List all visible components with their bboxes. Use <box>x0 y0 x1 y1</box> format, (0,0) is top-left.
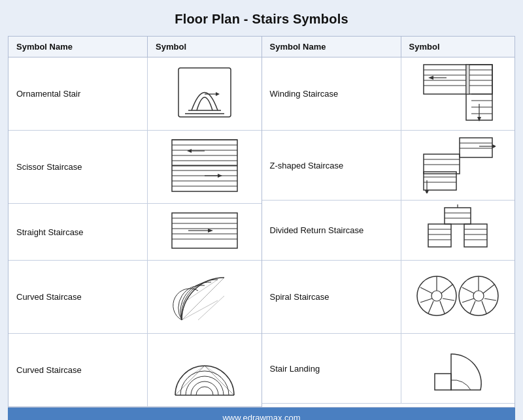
left-header-row: Symbol Name Symbol <box>8 37 262 57</box>
stair-symbol <box>148 131 262 204</box>
svg-line-91 <box>484 299 496 300</box>
svg-line-93 <box>470 301 475 314</box>
svg-line-85 <box>420 299 432 302</box>
stair-name: Scissor Staircase <box>8 131 148 204</box>
main-content: Symbol Name Symbol Ornamental Stair <box>8 36 515 408</box>
stair-name: Z-shaped Staircase <box>262 131 401 201</box>
svg-marker-49 <box>428 76 433 80</box>
svg-rect-58 <box>424 172 456 190</box>
stair-symbol <box>401 334 515 404</box>
stair-name: Ornamental Stair <box>8 57 148 131</box>
svg-marker-2 <box>216 92 220 96</box>
stair-name: Spiral Staircase <box>262 261 401 334</box>
stair-symbol <box>401 261 515 334</box>
stair-name: Curved Staircase <box>8 261 148 334</box>
svg-rect-55 <box>424 154 460 174</box>
stair-symbol <box>148 204 262 261</box>
stair-symbol <box>148 57 262 131</box>
svg-rect-37 <box>424 65 492 94</box>
table-row: Winding Staircase <box>262 57 515 131</box>
svg-rect-65 <box>445 208 471 224</box>
svg-line-92 <box>482 301 486 314</box>
svg-rect-72 <box>464 224 487 247</box>
svg-line-81 <box>441 284 453 293</box>
svg-line-30 <box>182 300 218 320</box>
svg-rect-68 <box>428 224 451 247</box>
svg-marker-64 <box>425 190 429 193</box>
footer-bar: www.edrawmax.com <box>8 408 515 420</box>
svg-point-88 <box>473 291 484 301</box>
svg-rect-96 <box>435 374 451 390</box>
table-row: Spiral Staircase <box>262 261 515 334</box>
svg-marker-51 <box>477 117 481 121</box>
table-row: Straight Staircase <box>8 204 262 261</box>
svg-rect-52 <box>460 138 492 157</box>
table-row: Stair Landing <box>262 334 515 404</box>
svg-line-28 <box>182 278 224 320</box>
stair-name: Stair Landing <box>262 334 401 404</box>
stair-symbol <box>401 57 515 131</box>
table-row: Scissor Staircase <box>8 131 262 204</box>
right-table: Symbol Name Symbol Winding Staircase <box>262 37 515 407</box>
stair-symbol <box>401 131 515 201</box>
page-title: Floor Plan - Stairs Symbols <box>175 12 348 27</box>
left-col2-header: Symbol <box>148 37 262 57</box>
stair-name: Divided Return Staircase <box>262 201 401 261</box>
stair-name: Winding Staircase <box>262 57 401 131</box>
svg-line-29 <box>182 280 218 304</box>
svg-line-94 <box>462 299 474 302</box>
svg-line-84 <box>428 301 433 314</box>
right-header-row: Symbol Name Symbol <box>262 37 515 57</box>
stair-symbol <box>401 201 515 261</box>
left-table: Symbol Name Symbol Ornamental Stair <box>8 37 262 407</box>
stair-name: Curved Staircase <box>8 334 148 407</box>
table-row: Curved Staircase <box>8 261 262 334</box>
table-row: Ornamental Stair <box>8 57 262 131</box>
right-col1-header: Symbol Name <box>262 37 401 57</box>
right-col2-header: Symbol <box>401 37 515 57</box>
stair-name: Straight Staircase <box>8 204 148 261</box>
svg-line-82 <box>443 299 454 300</box>
svg-line-83 <box>440 301 445 314</box>
table-row: Curved Staircase <box>8 334 262 407</box>
table-row: Z-shaped Staircase <box>262 131 515 201</box>
svg-point-79 <box>431 291 442 301</box>
svg-line-90 <box>483 284 495 293</box>
left-col1-header: Symbol Name <box>8 37 148 57</box>
footer-text: www.edrawmax.com <box>222 413 300 420</box>
svg-marker-27 <box>208 229 213 233</box>
svg-line-86 <box>420 287 432 293</box>
svg-marker-19 <box>218 174 222 178</box>
svg-marker-62 <box>492 144 496 148</box>
stair-symbol <box>148 334 262 407</box>
svg-rect-47 <box>466 65 469 94</box>
table-row: Divided Return Staircase <box>262 201 515 261</box>
svg-marker-17 <box>187 149 192 153</box>
svg-line-95 <box>462 287 474 293</box>
stair-symbol <box>148 261 262 334</box>
